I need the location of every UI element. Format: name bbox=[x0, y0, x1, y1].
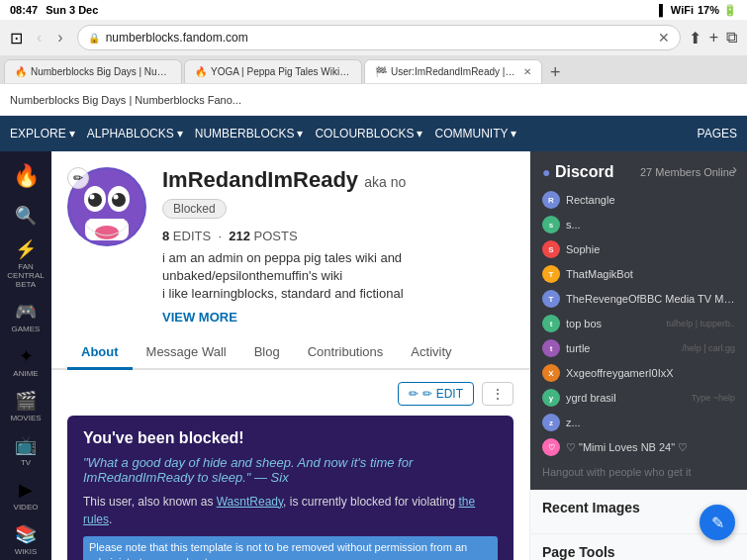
tab-close-2[interactable]: ✕ bbox=[523, 66, 531, 77]
nav-community[interactable]: COMMUNITY ▾ bbox=[434, 127, 516, 140]
more-options-button[interactable]: ⋮ bbox=[482, 382, 514, 406]
discord-action-8: Type ~help bbox=[692, 393, 735, 403]
discord-hangout: Hangout with people who get it bbox=[542, 466, 735, 478]
profile-section: ✏ ImRedandImReady aka no Blocked 8 EDITS… bbox=[51, 151, 529, 325]
tab-favicon-0: 🔥 bbox=[15, 66, 27, 77]
tab-activity[interactable]: Activity bbox=[397, 336, 465, 370]
nav-alphablocks-label: ALPHABLOCKS bbox=[87, 127, 174, 140]
status-signal: ▌ bbox=[659, 4, 667, 16]
fandom-topnav: Numberblocks Big Days | Numberblocks Fan… bbox=[0, 84, 747, 116]
wiki-header: EXPLORE ▾ ALPHABLOCKS ▾ NUMBERBLOCKS ▾ C… bbox=[0, 116, 747, 151]
tab-label-0: Numberblocks Big Days | Numberblocks Fan… bbox=[31, 66, 171, 77]
browser-actions: ⬆ + ⧉ bbox=[689, 29, 737, 47]
tabs-button[interactable]: ⧉ bbox=[726, 29, 737, 47]
avatar-edit-button[interactable]: ✏ bbox=[67, 167, 89, 189]
share-button[interactable]: ⬆ bbox=[689, 29, 701, 47]
sidebar-anime[interactable]: ✦ ANIME bbox=[4, 341, 47, 382]
discord-chevron-icon: › bbox=[732, 161, 737, 177]
sidebar-search[interactable]: 🔍 bbox=[4, 201, 47, 231]
discord-avatar-3: T bbox=[542, 265, 560, 283]
forward-button[interactable]: › bbox=[51, 27, 68, 48]
discord-user-0: R Rectangle bbox=[542, 189, 735, 211]
window-icon[interactable]: ⊡ bbox=[10, 29, 23, 47]
svg-point-11 bbox=[95, 226, 119, 239]
svg-point-6 bbox=[114, 195, 119, 200]
nav-colourblocks-label: COLOURBLOCKS bbox=[315, 127, 414, 140]
tab-favicon-2: 🏁 bbox=[375, 66, 387, 77]
discord-user-4: T TheRevengeOfBBC Media TV Mapping bbox=[542, 288, 735, 310]
wasntready-link[interactable]: WasntReady bbox=[217, 495, 283, 509]
discord-username-9: z... bbox=[566, 417, 735, 428]
discord-action-5: tulhelp | tupperb.. bbox=[667, 319, 735, 328]
nav-explore-chevron: ▾ bbox=[69, 127, 75, 140]
discord-user-1: s s... bbox=[542, 214, 735, 235]
blocked-notice: You've been blocked! "What a good day of… bbox=[67, 416, 514, 560]
tab-content-area: ✏ ✏ EDIT ⋮ You've been blocked! "What a … bbox=[51, 370, 529, 560]
wiki-nav: EXPLORE ▾ ALPHABLOCKS ▾ NUMBERBLOCKS ▾ C… bbox=[10, 127, 516, 140]
svg-point-4 bbox=[112, 193, 126, 207]
blocked-title: You've been blocked! bbox=[83, 429, 498, 447]
tab-1[interactable]: 🔥 YOGA | Peppa Pig Tales Wiki | Fandom bbox=[184, 59, 362, 83]
discord-username-6: turtle bbox=[566, 342, 676, 354]
discord-username-2: Sophie bbox=[566, 243, 735, 255]
right-sidebar: ● Discord 27 Members Online › R Rectangl… bbox=[529, 151, 747, 560]
discord-avatar-0: R bbox=[542, 191, 560, 209]
tab-message-wall[interactable]: Message Wall bbox=[133, 336, 240, 370]
sidebar-wikis[interactable]: 📚 WIKIS bbox=[4, 519, 47, 560]
status-battery: 17% bbox=[698, 4, 719, 16]
edit-button[interactable]: ✏ ✏ EDIT bbox=[398, 382, 474, 406]
add-tab-button[interactable]: + bbox=[709, 29, 718, 47]
fandom-breadcrumb: Numberblocks Big Days | Numberblocks Fan… bbox=[10, 94, 241, 106]
lock-icon: 🔒 bbox=[88, 33, 100, 44]
address-bar[interactable]: 🔒 numberblocks.fandom.com ✕ bbox=[77, 25, 681, 50]
nav-numberblocks[interactable]: NUMBERBLOCKS ▾ bbox=[195, 127, 304, 140]
tab-favicon-1: 🔥 bbox=[195, 66, 207, 77]
video-icon: ▶ bbox=[19, 479, 33, 501]
page-tools-title: Page Tools bbox=[542, 544, 735, 560]
more-dots-icon: ⋮ bbox=[491, 386, 505, 402]
sidebar-tv[interactable]: 📺 TV bbox=[4, 430, 47, 471]
new-tab-button[interactable]: + bbox=[544, 62, 567, 83]
nav-explore[interactable]: EXPLORE ▾ bbox=[10, 127, 75, 140]
blocked-badge: Blocked bbox=[162, 199, 227, 219]
tab-0[interactable]: 🔥 Numberblocks Big Days | Numberblocks F… bbox=[4, 59, 182, 83]
back-button[interactable]: ‹ bbox=[31, 27, 47, 48]
discord-user-5: t top bos tulhelp | tupperb.. bbox=[542, 313, 735, 334]
discord-avatar-5: t bbox=[542, 315, 560, 332]
sidebar-movies[interactable]: 🎬 MOVIES bbox=[4, 386, 47, 426]
discord-user-9: z z... bbox=[542, 412, 735, 433]
profile-tabs: About Message Wall Blog Contributions Ac… bbox=[51, 336, 529, 370]
nav-colourblocks[interactable]: COLOURBLOCKS ▾ bbox=[315, 127, 422, 140]
discord-avatar-9: z bbox=[542, 414, 560, 431]
tab-about[interactable]: About bbox=[67, 336, 133, 370]
floating-action-button[interactable]: ✎ bbox=[700, 505, 735, 540]
blocked-warning: Please note that this template is not to… bbox=[83, 536, 498, 560]
discord-user-list: R Rectangle s s... S Sophie T ThatMagikB… bbox=[542, 189, 735, 458]
tab-blog[interactable]: Blog bbox=[240, 336, 294, 370]
sidebar-video[interactable]: ▶ VIDEO bbox=[4, 475, 47, 515]
tab-label-1: YOGA | Peppa Pig Tales Wiki | Fandom bbox=[211, 66, 351, 77]
nav-alphablocks[interactable]: ALPHABLOCKS ▾ bbox=[87, 127, 183, 140]
view-more-link[interactable]: VIEW MORE bbox=[162, 310, 514, 325]
discord-header: ● Discord 27 Members Online bbox=[542, 163, 735, 181]
left-sidebar: 🔥 🔍 ⚡ FAN CENTRAL BETA 🎮 GAMES ✦ ANIME 🎬… bbox=[0, 151, 51, 560]
profile-username: ImRedandImReady aka no bbox=[162, 167, 514, 193]
fan-central-icon: ⚡ bbox=[15, 238, 37, 260]
fandom-logo-icon: 🔥 bbox=[13, 163, 40, 189]
tab-label-2: User:ImRedandImReady | Numberblocks Wiki… bbox=[391, 66, 515, 77]
nav-colourblocks-chevron: ▾ bbox=[417, 127, 422, 140]
tv-icon: 📺 bbox=[15, 434, 37, 456]
tab-2[interactable]: 🏁 User:ImRedandImReady | Numberblocks Wi… bbox=[364, 59, 542, 83]
url-text: numberblocks.fandom.com bbox=[106, 31, 652, 45]
sidebar-fan-central[interactable]: ⚡ FAN CENTRAL BETA bbox=[4, 234, 47, 293]
tab-contributions[interactable]: Contributions bbox=[294, 336, 398, 370]
sidebar-fandom-logo[interactable]: 🔥 bbox=[4, 159, 47, 197]
sidebar-games[interactable]: 🎮 GAMES bbox=[4, 297, 47, 337]
nav-community-chevron: ▾ bbox=[511, 127, 516, 140]
status-wifi: WiFi bbox=[671, 4, 694, 16]
discord-widget: ● Discord 27 Members Online › R Rectangl… bbox=[530, 151, 747, 490]
status-date: Sun 3 Dec bbox=[46, 4, 98, 16]
clear-url-button[interactable]: ✕ bbox=[658, 30, 670, 46]
games-icon: 🎮 bbox=[15, 301, 37, 323]
discord-avatar-7: X bbox=[542, 364, 560, 382]
